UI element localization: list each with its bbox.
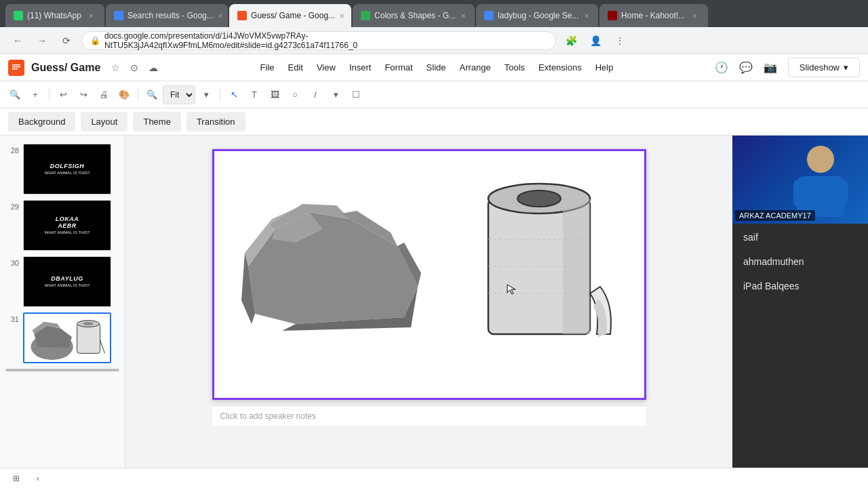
menu-edit[interactable]: Edit: [283, 60, 309, 75]
webcam-label: ARKAZ ACADEMY17: [735, 210, 815, 221]
speaker-notes[interactable]: Click to add speaker notes: [212, 405, 646, 426]
menu-tools[interactable]: Tools: [499, 60, 530, 75]
tab-close-search[interactable]: ✕: [218, 10, 223, 21]
reload-button[interactable]: ⟳: [57, 31, 76, 50]
shape-btn[interactable]: ○: [285, 85, 304, 104]
svg-rect-1: [12, 64, 20, 66]
slide-num-31: 31: [5, 315, 19, 323]
redo-btn[interactable]: ↪: [74, 85, 93, 104]
webcam-area: ARKAZ ACADEMY17: [732, 136, 868, 224]
toolbar: 🔍 + ↩ ↪ 🖨 🎨 🔍 Fit ▾ ↖ T 🖼 ○ / ▾ ☐: [0, 81, 868, 108]
tab-close-colors[interactable]: ✕: [460, 10, 467, 21]
menu-help[interactable]: Help: [590, 60, 619, 75]
rock-image: [241, 192, 431, 341]
tabs-container: (11) WhatsApp ✕ Search results - Goog...…: [5, 0, 863, 27]
menu-format[interactable]: Format: [379, 60, 418, 75]
grid-view-btn[interactable]: ⊞: [8, 470, 24, 487]
line-options-btn[interactable]: ▾: [326, 85, 345, 104]
transition-btn[interactable]: Transition: [186, 112, 245, 131]
slide-thumb-28[interactable]: DOLFSIGH WHAT ANIMAL IS THIS?: [23, 144, 111, 195]
menu-file[interactable]: File: [255, 60, 280, 75]
cursor-btn[interactable]: ↖: [224, 85, 243, 104]
text-btn[interactable]: T: [245, 85, 264, 104]
menu-view[interactable]: View: [311, 60, 341, 75]
undo-btn[interactable]: ↩: [54, 85, 73, 104]
theme-btn[interactable]: Theme: [133, 112, 180, 131]
camera-icon[interactable]: 📷: [761, 58, 780, 77]
tab-whatsapp[interactable]: (11) WhatsApp ✕: [5, 4, 104, 27]
app-icon: [8, 60, 24, 76]
slide-thumb-29[interactable]: LOKAAAEBR WHAT ANIMAL IS THIS?: [23, 200, 111, 251]
collapse-panel-btn[interactable]: ‹: [30, 470, 46, 487]
main-content: 28 DOLFSIGH WHAT ANIMAL IS THIS? 29 LOKA…: [0, 136, 868, 468]
menu-extensions[interactable]: Extensions: [533, 60, 587, 75]
tab-kahoot[interactable]: Home - Kahoot!... ✕: [599, 4, 708, 27]
menu-arrange[interactable]: Arrange: [454, 60, 496, 75]
participants-list: saif ahmadmuthen iPad Balqees: [732, 224, 868, 468]
zoom-magnify-btn[interactable]: 🔍: [142, 85, 161, 104]
line-btn[interactable]: /: [306, 85, 325, 104]
image-btn[interactable]: 🖼: [265, 85, 284, 104]
search-tool-btn[interactable]: 🔍: [5, 85, 24, 104]
print-btn[interactable]: 🖨: [94, 85, 113, 104]
forward-button[interactable]: →: [33, 31, 52, 50]
extensions-button[interactable]: 🧩: [561, 31, 580, 50]
svg-rect-7: [77, 324, 100, 354]
toolbar-sep-3: [220, 88, 220, 102]
background-btn[interactable]: Background: [8, 112, 75, 131]
svg-point-21: [517, 190, 561, 207]
menu-slide[interactable]: Slide: [421, 60, 452, 75]
tab-favicon-whatsapp: [14, 11, 23, 20]
slide-num-28: 28: [5, 146, 19, 155]
star-icon[interactable]: ☆: [107, 60, 123, 76]
slideshow-label: Slideshow: [800, 62, 840, 73]
address-bar[interactable]: 🔒 docs.google.com/presentation/d/1i4JWoV…: [81, 31, 556, 50]
tab-close-kahoot[interactable]: ✕: [689, 10, 700, 21]
tab-favicon-ladybug: [484, 11, 494, 20]
zoom-select[interactable]: Fit: [163, 85, 195, 104]
comments-icon[interactable]: 💬: [736, 58, 755, 77]
tab-label-slides: Guess/ Game - Goog...: [251, 11, 335, 20]
slideshow-button[interactable]: Slideshow ▾: [788, 58, 860, 77]
tab-close-whatsapp[interactable]: ✕: [85, 10, 96, 21]
webcam-person: [780, 142, 861, 217]
zoom-select-arrow[interactable]: ▾: [197, 85, 216, 104]
cloud-icon[interactable]: ☁: [145, 60, 161, 76]
profile-button[interactable]: 👤: [586, 31, 605, 50]
menu-insert[interactable]: Insert: [344, 60, 377, 75]
slide-num-29: 29: [5, 203, 19, 211]
paint-format-btn[interactable]: 🎨: [115, 85, 134, 104]
tab-close-slides[interactable]: ✕: [339, 10, 344, 21]
svg-point-9: [83, 322, 94, 325]
tab-label-ladybug: ladybug - Google Se...: [498, 11, 578, 20]
layout-btn[interactable]: Layout: [81, 112, 127, 131]
svg-rect-2: [12, 66, 20, 68]
settings-button[interactable]: ⋮: [610, 31, 629, 50]
slide-thumb-31[interactable]: [23, 312, 111, 363]
editor-area[interactable]: Click to add speaker notes: [125, 136, 732, 468]
zoom-btn[interactable]: +: [26, 85, 45, 104]
tab-ladybug[interactable]: ladybug - Google Se... ✕: [476, 4, 598, 27]
slide-canvas[interactable]: [212, 149, 646, 400]
toolbar-sep-1: [49, 88, 50, 102]
slide-item-31[interactable]: 31: [0, 310, 125, 366]
slide-item-28[interactable]: 28 DOLFSIGH WHAT ANIMAL IS THIS?: [0, 141, 125, 197]
slide-item-29[interactable]: 29 LOKAAAEBR WHAT ANIMAL IS THIS?: [0, 197, 125, 253]
save-status-icon[interactable]: ⊙: [126, 60, 142, 76]
slide-thumb-text-30: DBAYLUG: [51, 276, 83, 283]
slide-item-30[interactable]: 30 DBAYLUG WHAT ANIMAL IS THIS?: [0, 253, 125, 310]
history-icon[interactable]: 🕐: [712, 58, 731, 77]
menu-bar: Guess/ Game ☆ ⊙ ☁ File Edit View Insert …: [0, 54, 868, 81]
app-container: Guess/ Game ☆ ⊙ ☁ File Edit View Insert …: [0, 54, 868, 488]
toilet-roll-image: [475, 171, 624, 361]
slide-thumb-text-28: DOLFSIGH: [50, 163, 85, 170]
svg-point-27: [807, 146, 834, 173]
comment-btn[interactable]: ☐: [347, 85, 366, 104]
tab-colors[interactable]: Colors & Shapes - G... ✕: [353, 4, 475, 27]
back-button[interactable]: ←: [8, 31, 27, 50]
tab-close-ladybug[interactable]: ✕: [583, 10, 590, 21]
tab-search[interactable]: Search results - Goog... ✕: [106, 4, 228, 27]
tab-slides[interactable]: Guess/ Game - Goog... ✕: [229, 4, 351, 27]
tab-favicon-search: [114, 11, 123, 20]
slide-thumb-30[interactable]: DBAYLUG WHAT ANIMAL IS THIS?: [23, 256, 111, 307]
